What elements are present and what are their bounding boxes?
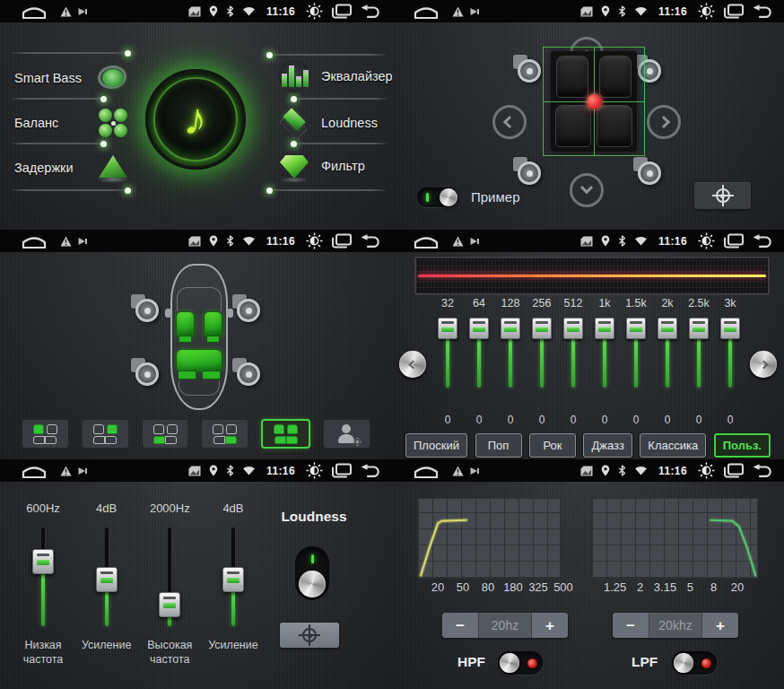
reset-button[interactable] [280,623,339,648]
balance-icon [95,105,131,141]
recents-icon[interactable] [331,4,352,19]
eq-band-slider[interactable] [469,318,489,389]
hpf-toggle[interactable] [498,651,543,675]
eq-slider-handle[interactable] [595,318,614,339]
eq-band-slider[interactable] [658,318,677,389]
location-icon [209,235,218,247]
eq-band-slider[interactable] [720,318,740,389]
eq-band-slider[interactable] [501,318,520,389]
lpf-plus-button[interactable]: + [702,613,738,638]
filter-slider[interactable] [158,528,181,626]
hpf-plus-button[interactable]: + [532,613,568,638]
speaker-icon [518,59,541,83]
filter-slider[interactable] [95,528,118,626]
wifi-icon [242,466,256,475]
hpf-ticks: 205080180325500 [428,580,573,594]
filter-slider-handle[interactable] [96,567,118,592]
seat-preset-front-left[interactable] [22,419,69,449]
brightness-icon[interactable] [306,462,323,479]
eq-slider-handle[interactable] [658,318,677,339]
brightness-icon[interactable] [698,3,715,20]
eq-band-512: 5120 [560,297,587,426]
seat-preset-rear-left[interactable] [142,419,189,449]
eq-preset-4[interactable]: Классика [640,433,706,458]
seat-preset-front-right[interactable] [82,419,129,449]
eq-page-left-button[interactable] [399,351,426,378]
lpf-toggle[interactable] [672,651,717,675]
brightness-icon[interactable] [698,232,715,249]
back-icon[interactable] [752,234,772,248]
eq-freq-label: 1.5k [625,297,647,310]
eq-slider-handle[interactable] [469,318,489,339]
eq-band-slider[interactable] [689,318,709,389]
hpf-minus-button[interactable]: − [442,613,478,638]
eq-slider-handle[interactable] [720,318,740,339]
eq-slider-handle[interactable] [626,318,646,339]
menu-item-delays[interactable]: Задержки [14,150,131,186]
back-icon[interactable] [752,464,772,477]
eq-slider-handle[interactable] [438,318,457,339]
filter-slider-handle[interactable] [222,567,244,592]
menu-item-filter[interactable]: Фильтр [276,148,365,184]
eq-slider-handle[interactable] [501,318,520,339]
recents-icon[interactable] [331,233,352,249]
seat-preset-all-seats[interactable] [261,419,310,449]
eq-band-value: 0 [508,414,514,426]
eq-preset-3[interactable]: Джазз [583,433,632,458]
toggle-knob [674,653,693,673]
home-icon[interactable] [412,4,440,19]
home-icon[interactable] [20,4,48,19]
brightness-icon[interactable] [306,232,323,249]
brightness-icon[interactable] [698,462,715,479]
toggle-knob [299,571,326,597]
home-icon[interactable] [412,233,440,249]
eq-band-slider[interactable] [563,318,583,389]
back-icon[interactable] [752,4,772,18]
eq-preset-0[interactable]: Плоский [405,433,467,458]
reset-button[interactable] [694,182,751,209]
eq-slider-handle[interactable] [689,318,709,339]
filter-slider-handle[interactable] [159,592,180,617]
menu-item-smart-bass[interactable]: Smart Bass [14,60,131,96]
seat-front-left [556,56,588,98]
eq-band-slider[interactable] [626,318,646,389]
recents-icon[interactable] [331,463,352,478]
balance-right-button[interactable] [647,105,681,139]
fader-down-button[interactable] [570,173,604,207]
eq-preset-1[interactable]: Поп [475,433,522,458]
home-icon[interactable] [20,233,48,249]
filter-slider[interactable] [222,528,245,626]
eq-slider-handle[interactable] [563,318,583,339]
recents-icon[interactable] [723,463,744,478]
home-icon[interactable] [20,463,48,478]
seat-preset-rear-right[interactable] [201,419,248,449]
eq-band-slider[interactable] [595,318,614,389]
eq-band-slider[interactable] [438,318,457,389]
eq-band-slider[interactable] [532,318,552,389]
menu-item-equalizer[interactable]: Эквалайзер [276,58,392,94]
menu-item-balance[interactable]: Баланс [14,105,131,141]
lpf-minus-button[interactable]: − [613,613,649,638]
eq-page-right-button[interactable] [750,351,777,378]
filter-slider[interactable] [31,528,55,626]
eq-preset-5[interactable]: Польз. [714,433,771,458]
example-toggle[interactable] [417,188,458,207]
filter-slider-handle[interactable] [32,549,54,574]
menu-item-loudness[interactable]: Loudness [276,105,378,141]
balance-left-button[interactable] [492,105,527,139]
back-icon[interactable] [360,4,380,18]
loudness-toggle[interactable] [295,546,329,600]
back-icon[interactable] [360,464,380,477]
balance-position-dot[interactable] [587,94,602,109]
back-icon[interactable] [360,234,380,248]
brightness-icon[interactable] [306,3,323,20]
recents-icon[interactable] [723,233,744,249]
eq-slider-handle[interactable] [532,318,552,339]
seat-preset-custom[interactable] [323,419,370,449]
seat-map[interactable] [551,51,637,152]
home-icon[interactable] [412,463,440,478]
eq-preset-2[interactable]: Рок [529,433,576,458]
mini-front-seats [33,424,57,434]
audio-center-button[interactable]: ♪ [145,69,246,170]
recents-icon[interactable] [723,4,744,19]
